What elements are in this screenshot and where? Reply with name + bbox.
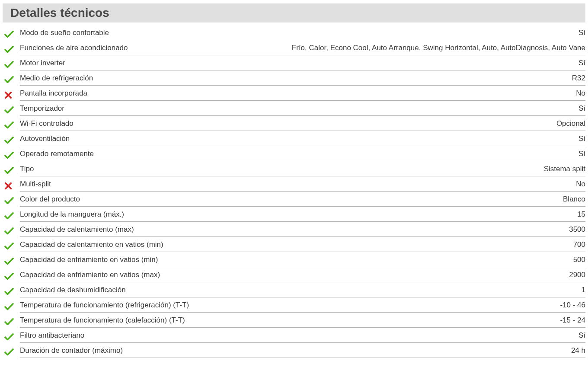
spec-label: Modo de sueño confortable [20, 29, 109, 37]
spec-label: Longitud de la manguera (máx.) [20, 210, 124, 219]
spec-content: Filtro antibacterianoSí [20, 331, 585, 343]
check-icon [3, 121, 20, 129]
spec-row: Multi-splitNo [3, 178, 585, 193]
spec-row: Wi-Fi controladoOpcional [3, 118, 585, 133]
spec-value: -10 - 46 [194, 301, 585, 310]
spec-label: Pantalla incorporada [20, 89, 87, 98]
check-icon [3, 152, 20, 160]
spec-value: Sí [89, 331, 585, 340]
spec-value: -15 - 24 [190, 316, 585, 325]
spec-content: Multi-splitNo [20, 180, 585, 192]
spec-row: AutoventilaciónSí [3, 133, 585, 148]
spec-label: Color del producto [20, 195, 80, 204]
spec-value: Sistema split [39, 165, 585, 173]
spec-row: Duración de contador (máximo)24 h [3, 345, 585, 360]
spec-row: TipoSistema split [3, 163, 585, 178]
spec-content: Modo de sueño confortableSí [20, 29, 585, 40]
check-icon [3, 137, 20, 144]
spec-label: Capacidad de calentamiento (max) [20, 225, 134, 234]
spec-value: 500 [163, 256, 585, 264]
cross-icon [3, 91, 20, 99]
spec-content: Temperatura de funcionamiento (refrigera… [20, 301, 585, 313]
check-icon [3, 46, 20, 54]
spec-value: Sí [70, 104, 585, 113]
spec-value: Sí [114, 29, 585, 37]
spec-value: Opcional [79, 119, 585, 128]
check-icon [3, 212, 20, 220]
spec-value: 2900 [165, 271, 585, 279]
spec-content: Operado remotamenteSí [20, 150, 585, 161]
spec-content: TemporizadorSí [20, 104, 585, 116]
spec-label: Capacidad de deshumidificación [20, 286, 126, 294]
check-icon [3, 348, 20, 356]
spec-content: Pantalla incorporadaNo [20, 89, 585, 101]
spec-value: Sí [99, 150, 585, 158]
spec-value: 24 h [128, 346, 585, 355]
spec-label: Funciones de aire acondicionado [20, 44, 128, 52]
check-icon [3, 243, 20, 250]
spec-row: Medio de refrigeraciónR32 [3, 72, 585, 87]
spec-label: Capacidad de enfriamiento en vatios (min… [20, 256, 158, 264]
spec-content: Capacidad de calentamiento en vatios (mi… [20, 240, 585, 252]
spec-value: 1 [131, 286, 585, 294]
check-icon [3, 273, 20, 281]
check-icon [3, 333, 20, 341]
spec-label: Temperatura de funcionamiento (calefacci… [20, 316, 185, 325]
spec-row: Modo de sueño confortableSí [3, 27, 585, 42]
spec-label: Tipo [20, 165, 34, 173]
spec-label: Duración de contador (máximo) [20, 346, 123, 355]
spec-content: Capacidad de deshumidificación1 [20, 286, 585, 297]
spec-value: No [93, 89, 585, 98]
check-icon [3, 197, 20, 205]
spec-content: Motor inverterSí [20, 59, 585, 70]
spec-row: Capacidad de deshumidificación1 [3, 284, 585, 299]
spec-label: Medio de refrigeración [20, 74, 93, 83]
spec-content: AutoventilaciónSí [20, 134, 585, 146]
spec-value: Blanco [85, 195, 585, 204]
spec-content: Funciones de aire acondicionadoFrío, Cal… [20, 44, 585, 55]
spec-label: Capacidad de enfriamiento en vatios (max… [20, 271, 160, 279]
section-header: Detalles técnicos [3, 3, 585, 22]
spec-list: Modo de sueño confortableSíFunciones de … [0, 27, 588, 360]
spec-label: Temperatura de funcionamiento (refrigera… [20, 301, 189, 310]
spec-label: Multi-split [20, 180, 51, 188]
spec-label: Capacidad de calentamiento en vatios (mi… [20, 240, 163, 249]
check-icon [3, 318, 20, 326]
check-icon [3, 227, 20, 235]
cross-icon [3, 182, 20, 190]
spec-value: Frío, Calor, Econo Cool, Auto Arranque, … [133, 44, 585, 52]
spec-row: Capacidad de calentamiento en vatios (mi… [3, 239, 585, 254]
check-icon [3, 258, 20, 265]
spec-value: Sí [75, 134, 585, 143]
spec-row: Capacidad de enfriamiento en vatios (min… [3, 254, 585, 269]
spec-content: Capacidad de enfriamiento en vatios (max… [20, 271, 585, 282]
section-title: Detalles técnicos [10, 6, 578, 20]
spec-content: Color del productoBlanco [20, 195, 585, 207]
spec-label: Operado remotamente [20, 150, 94, 158]
spec-row: Pantalla incorporadaNo [3, 87, 585, 102]
spec-row: Capacidad de enfriamiento en vatios (max… [3, 269, 585, 284]
spec-label: Wi-Fi controlado [20, 119, 74, 128]
check-icon [3, 167, 20, 175]
spec-content: Wi-Fi controladoOpcional [20, 119, 585, 131]
spec-content: Longitud de la manguera (máx.)15 [20, 210, 585, 222]
spec-row: Filtro antibacterianoSí [3, 329, 585, 345]
spec-row: TemporizadorSí [3, 102, 585, 118]
spec-value: R32 [98, 74, 585, 83]
spec-row: Temperatura de funcionamiento (calefacci… [3, 314, 585, 329]
spec-value: Sí [70, 59, 585, 67]
spec-content: Medio de refrigeraciónR32 [20, 74, 585, 86]
spec-content: Capacidad de calentamiento (max)3500 [20, 225, 585, 237]
spec-row: Temperatura de funcionamiento (refrigera… [3, 299, 585, 314]
spec-content: Capacidad de enfriamiento en vatios (min… [20, 256, 585, 267]
spec-label: Temporizador [20, 104, 64, 113]
spec-row: Capacidad de calentamiento (max)3500 [3, 224, 585, 239]
spec-row: Operado remotamenteSí [3, 148, 585, 163]
spec-label: Filtro antibacteriano [20, 331, 84, 340]
check-icon [3, 61, 20, 69]
spec-value: 15 [129, 210, 585, 219]
check-icon [3, 288, 20, 296]
spec-value: 700 [169, 240, 585, 249]
spec-row: Funciones de aire acondicionadoFrío, Cal… [3, 42, 585, 57]
spec-row: Color del productoBlanco [3, 193, 585, 208]
